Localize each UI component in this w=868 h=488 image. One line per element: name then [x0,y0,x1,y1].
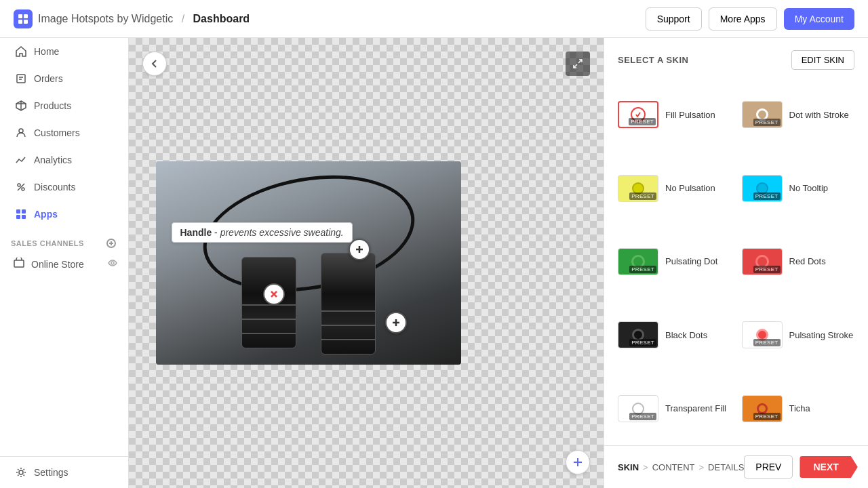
svg-point-22 [111,262,114,264]
panel-header: SELECT A SKIN EDIT SKIN [604,38,868,78]
breadcrumb-sep-2: > [699,462,705,472]
svg-rect-21 [14,260,24,267]
sidebar-item-orders[interactable]: Orders [4,66,124,92]
hotspot-close[interactable] [263,283,285,305]
skin-item-red-dots[interactable]: PRESET Red Dots [736,225,861,298]
skin-name-pulsating-stroke: Pulsating Stroke [789,330,854,340]
add-hotspot-button[interactable] [566,450,590,474]
hotspot-tooltip: Handle - prevents excessive sweating. [172,222,353,243]
discounts-icon [15,181,27,193]
app-name-text: Image Hotspots by Widgetic [38,13,173,24]
back-button[interactable] [142,52,167,76]
analytics-icon [15,154,27,166]
skin-name-dot-with-stroke: Dot with Stroke [789,110,849,120]
my-account-button[interactable]: My Account [784,8,854,30]
skin-item-ticha[interactable]: PRESET Ticha [736,372,861,445]
skin-thumb-red-dots: PRESET [742,248,783,275]
breadcrumb: SKIN > CONTENT > DETAILS [618,462,744,472]
sidebar-item-online-store[interactable]: Online Store [0,252,128,276]
apps-icon [15,208,27,220]
sidebar-item-home[interactable]: Home [4,39,124,64]
skin-grid: PRESET Fill Pulsation PRESET Dot with St… [604,78,868,445]
svg-rect-15 [22,209,26,214]
sidebar-item-settings[interactable]: Settings [4,460,124,485]
sales-channels-section: SALES CHANNELS [0,228,128,252]
skin-thumb-ticha: PRESET [742,395,783,422]
svg-rect-17 [22,215,26,219]
orders-icon [15,73,27,85]
sidebar: Home Orders Products Customers Analytics [0,38,129,488]
skin-item-dot-with-stroke[interactable]: PRESET Dot with Stroke [736,78,861,151]
svg-rect-3 [24,20,28,24]
skin-name-pulsating-dot: Pulsating Dot [665,256,717,266]
breadcrumb-skin: SKIN [618,462,639,472]
sidebar-orders-label: Orders [34,73,63,84]
more-apps-button[interactable]: More Apps [709,7,777,30]
panel-footer: SKIN > CONTENT > DETAILS PREV NEXT [604,445,868,488]
sidebar-home-label: Home [34,46,59,57]
sidebar-item-analytics[interactable]: Analytics [4,147,124,173]
skin-thumb-fill-pulsation: PRESET [618,101,658,128]
skin-name-no-tooltip: No Tooltip [789,183,829,193]
sidebar-apps-label: Apps [34,209,58,220]
svg-point-23 [19,470,23,474]
skin-name-no-pulsation: No Pulsation [665,183,715,193]
prev-button[interactable]: PREV [744,455,793,479]
svg-line-13 [18,184,24,190]
customers-icon [15,127,27,139]
topbar-right: Support More Apps My Account [646,7,854,30]
add-sales-channel-icon[interactable] [105,237,117,249]
skin-name-fill-pulsation: Fill Pulsation [665,110,715,120]
sidebar-item-customers[interactable]: Customers [4,120,124,146]
skin-thumb-no-pulsation: PRESET [618,175,658,202]
sales-channels-label: SALES CHANNELS [11,239,84,247]
skin-item-no-tooltip[interactable]: PRESET No Tooltip [736,151,861,224]
svg-rect-16 [16,215,20,219]
skin-item-pulsating-dot[interactable]: PRESET Pulsating Dot [612,225,736,298]
skin-name-ticha: Ticha [789,403,810,413]
skin-item-black-dots[interactable]: PRESET Black Dots [612,298,736,371]
sidebar-item-discounts[interactable]: Discounts [4,174,124,200]
expand-button[interactable] [566,52,590,76]
sidebar-analytics-label: Analytics [34,155,72,165]
skin-thumb-pulsating-stroke: PRESET [742,321,783,348]
hotspot-add-bottom[interactable] [385,312,407,333]
svg-rect-14 [16,209,20,214]
svg-rect-1 [24,14,28,18]
sidebar-bottom: Settings [0,456,128,488]
skin-thumb-no-tooltip: PRESET [742,175,783,202]
next-button[interactable]: NEXT [800,456,857,478]
footer-buttons: PREV NEXT [744,455,857,479]
edit-skin-button[interactable]: EDIT SKIN [791,50,854,70]
tooltip-separator: - [212,227,220,238]
topbar: Image Hotspots by Widgetic / Dashboard S… [0,0,868,38]
skin-thumb-transparent-fill: PRESET [618,395,658,422]
svg-point-12 [22,188,24,190]
sidebar-item-products[interactable]: Products [4,93,124,119]
skin-thumb-pulsating-dot: PRESET [618,248,658,275]
main-canvas: Handle - prevents excessive sweating. [129,38,604,488]
products-icon [15,100,27,112]
skin-item-no-pulsation[interactable]: PRESET No Pulsation [612,151,736,224]
svg-point-11 [18,184,20,186]
sidebar-discounts-label: Discounts [34,182,75,192]
select-skin-title: SELECT A SKIN [618,55,689,65]
skin-item-transparent-fill[interactable]: PRESET Transparent Fill [612,372,736,445]
support-button[interactable]: Support [646,7,702,30]
skin-item-fill-pulsation[interactable]: PRESET Fill Pulsation [612,78,736,151]
sidebar-item-apps[interactable]: Apps [4,201,124,227]
skin-name-black-dots: Black Dots [665,330,707,340]
hotspot-add-top[interactable] [349,239,370,260]
svg-point-10 [19,129,23,133]
skin-thumb-black-dots: PRESET [618,321,658,348]
skin-item-pulsating-stroke[interactable]: PRESET Pulsating Stroke [736,298,861,371]
skin-name-red-dots: Red Dots [789,256,826,266]
topbar-left: Image Hotspots by Widgetic / Dashboard [14,9,250,28]
eye-icon[interactable] [108,258,117,270]
settings-icon [15,466,27,479]
right-panel: SELECT A SKIN EDIT SKIN PRESET Fill Puls… [604,38,868,488]
svg-rect-0 [18,14,22,18]
title-separator: / [182,13,184,24]
app-icon [14,9,33,28]
product-image-area: Handle - prevents excessive sweating. [156,161,461,365]
